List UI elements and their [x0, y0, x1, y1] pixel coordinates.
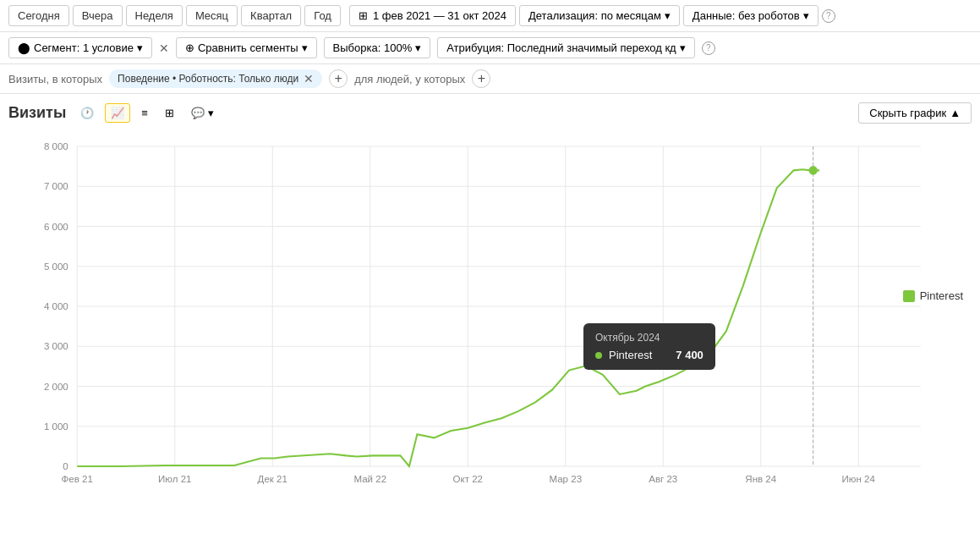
x-label-may22: Май 22: [353, 474, 386, 484]
period-month[interactable]: Месяц: [186, 5, 238, 26]
filter-bar: Визиты, в которых Поведение • Роботность…: [0, 64, 980, 94]
chevron-up-icon: ▲: [950, 107, 961, 119]
x-label-jan24: Янв 24: [745, 474, 776, 484]
clock-icon: 🕐: [80, 107, 94, 119]
x-label-jun24: Июн 24: [842, 474, 876, 484]
y-axis-5000: 5 000: [44, 261, 68, 272]
chart-polyline: [77, 169, 819, 466]
chart-header: Визиты 🕐 📈 ≡ ⊞ 💬 ▾: [8, 102, 972, 124]
chevron-down-icon: ▾: [665, 9, 671, 22]
chevron-down-icon: ▾: [302, 41, 308, 54]
calendar-icon: ⊞: [359, 9, 368, 22]
chevron-down-icon: ▾: [415, 41, 421, 54]
segment-button[interactable]: ⬤ Сегмент: 1 условие ▾: [8, 37, 152, 58]
comment-icon: 💬: [191, 107, 205, 119]
y-axis-2000: 2 000: [44, 382, 68, 392]
bar-chart-icon: ≡: [141, 107, 148, 119]
filter-tag: Поведение • Роботность: Только люди ✕: [109, 69, 322, 88]
y-axis-0: 0: [63, 461, 68, 471]
x-label-aug23: Авг 23: [649, 474, 677, 484]
date-range-button[interactable]: ⊞ 1 фев 2021 — 31 окт 2024: [349, 5, 516, 26]
filter-middle-text: для людей, у которых: [354, 73, 465, 85]
attr-label: Атрибуция: Последний значимый переход кд: [446, 41, 676, 54]
filter-tag-close-button[interactable]: ✕: [304, 72, 314, 85]
chart-title: Визиты: [8, 104, 66, 122]
period-quarter[interactable]: Квартал: [241, 5, 301, 26]
filter-tag-text: Поведение • Роботность: Только люди: [118, 73, 298, 85]
compare-segments-button[interactable]: ⊕ Сравнить сегменты ▾: [176, 37, 317, 58]
sample-label: Выборка: 100%: [333, 41, 413, 54]
date-range-label: 1 фев 2021 — 31 окт 2024: [373, 9, 506, 22]
chart-tool-clock[interactable]: 🕐: [74, 103, 100, 123]
hide-chart-label: Скрыть график: [869, 107, 946, 119]
grid-icon: ⊞: [165, 107, 174, 119]
period-week[interactable]: Неделя: [126, 5, 183, 26]
chevron-down-icon: ▾: [137, 41, 143, 54]
chevron-down-icon: ▾: [680, 41, 686, 54]
x-label-feb21: Фев 21: [62, 474, 93, 484]
data-label: Данные: без роботов: [693, 9, 800, 22]
period-year[interactable]: Год: [304, 5, 341, 26]
segment-icon: ⬤: [18, 41, 30, 54]
chart-area: 8 000 7 000 6 000 5 000 4 000 3 000 2 00…: [8, 129, 972, 484]
chart-tool-bar[interactable]: ≡: [135, 103, 154, 123]
second-bar: ⬤ Сегмент: 1 условие ▾ ✕ ⊕ Сравнить сегм…: [0, 32, 980, 64]
y-axis-6000: 6 000: [44, 222, 68, 232]
chart-tool-comment[interactable]: 💬 ▾: [185, 103, 220, 123]
info-icon[interactable]: ?: [822, 9, 835, 23]
compare-icon: ⊕: [185, 41, 194, 54]
x-label-jul21: Июл 21: [158, 474, 191, 484]
chart-section: Визиты 🕐 📈 ≡ ⊞ 💬 ▾: [0, 94, 980, 484]
legend-label: Pinterest: [920, 289, 963, 302]
x-label-dec21: Дек 21: [258, 474, 287, 484]
top-bar: Сегодня Вчера Неделя Месяц Квартал Год ⊞…: [0, 0, 980, 32]
y-axis-8000: 8 000: [44, 141, 68, 151]
chart-svg: 8 000 7 000 6 000 5 000 4 000 3 000 2 00…: [8, 129, 972, 484]
y-axis-4000: 4 000: [44, 301, 68, 311]
y-axis-7000: 7 000: [44, 181, 68, 191]
x-label-oct22: Окт 22: [453, 474, 483, 484]
legend-checkbox[interactable]: [903, 290, 915, 302]
x-label-mar23: Мар 23: [549, 474, 582, 484]
period-yesterday[interactable]: Вчера: [73, 5, 123, 26]
hide-chart-button[interactable]: Скрыть график ▲: [858, 102, 972, 124]
chart-legend: Pinterest: [903, 289, 963, 302]
segment-close-button[interactable]: ✕: [159, 41, 169, 55]
data-button[interactable]: Данные: без роботов ▾: [683, 5, 818, 26]
chart-tool-grid[interactable]: ⊞: [159, 103, 180, 123]
period-today[interactable]: Сегодня: [8, 5, 69, 26]
chart-tools: 🕐 📈 ≡ ⊞ 💬 ▾: [74, 103, 220, 123]
filter-prefix: Визиты, в которых: [8, 73, 102, 85]
y-axis-3000: 3 000: [44, 341, 68, 351]
chart-tool-line[interactable]: 📈: [105, 103, 130, 123]
detail-label: Детализация: по месяцам: [528, 9, 661, 22]
chevron-down-icon: ▾: [803, 9, 809, 22]
attr-info-icon[interactable]: ?: [702, 41, 715, 55]
line-chart-icon: 📈: [111, 107, 124, 119]
segment-label: Сегмент: 1 условие: [34, 41, 134, 54]
chart-endpoint-dot: [808, 166, 818, 175]
attribution-button[interactable]: Атрибуция: Последний значимый переход кд…: [437, 37, 694, 58]
compare-label: Сравнить сегменты: [198, 41, 298, 54]
sample-button[interactable]: Выборка: 100% ▾: [324, 37, 431, 58]
add-condition-button[interactable]: +: [329, 69, 348, 88]
chevron-down-icon: ▾: [208, 107, 214, 119]
detail-button[interactable]: Детализация: по месяцам ▾: [519, 5, 680, 26]
add-people-condition-button[interactable]: +: [472, 69, 490, 88]
y-axis-1000: 1 000: [44, 421, 68, 432]
